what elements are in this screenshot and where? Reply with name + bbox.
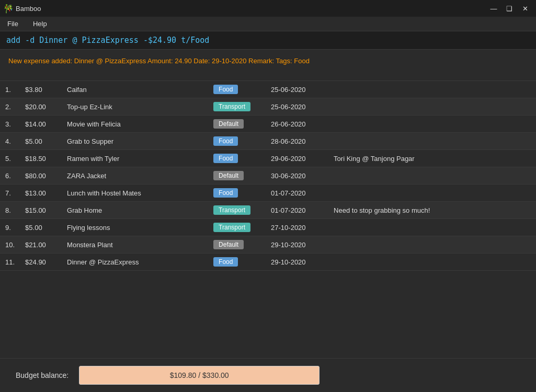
row-remark [328,98,536,116]
tag-badge: Transport [213,223,250,232]
command-input[interactable] [6,36,530,45]
row-num: 11. [0,253,20,271]
row-tag: Transport [208,219,266,236]
row-tag: Food [208,81,266,98]
row-desc: Grab to Supper [62,133,208,150]
table-row: 10. $21.00 Monstera Plant Default 29-10-… [0,236,536,253]
row-remark [328,219,536,236]
row-date: 01-07-2020 [266,185,328,202]
budget-text: $109.80 / $330.00 [170,371,229,379]
row-desc: Movie with Felicia [62,116,208,133]
minimize-button[interactable]: — [487,3,500,14]
row-tag: Default [208,236,266,253]
app-title: Bamboo [16,5,41,13]
budget-fill [79,366,159,384]
tag-badge: Food [213,257,238,267]
row-tag: Transport [208,98,266,116]
row-num: 5. [0,150,20,167]
row-amount: $15.00 [20,202,62,219]
row-tag: Transport [208,202,266,219]
row-amount: $18.50 [20,150,62,167]
row-amount: $80.00 [20,167,62,185]
row-desc: Dinner @ PizzaExpress [62,253,208,271]
title-bar-left: 🎋 Bamboo [4,4,41,13]
row-remark: Tori King @ Tanjong Pagar [328,150,536,167]
tag-badge: Food [213,85,238,94]
row-amount: $20.00 [20,98,62,116]
tag-badge: Default [213,119,244,129]
row-amount: $5.00 [20,133,62,150]
row-date: 29-10-2020 [266,236,328,253]
budget-label: Budget balance: [16,371,69,379]
row-tag: Food [208,133,266,150]
status-area: New expense added: Dinner @ PizzaExpress… [0,50,536,81]
row-amount: $3.80 [20,81,62,98]
row-num: 7. [0,185,20,202]
expense-table: 1. $3.80 Caifan Food 25-06-2020 2. $20.0… [0,81,536,271]
row-remark [328,116,536,133]
row-num: 6. [0,167,20,185]
table-row: 7. $13.00 Lunch with Hostel Mates Food 0… [0,185,536,202]
row-num: 10. [0,236,20,253]
row-date: 26-06-2020 [266,116,328,133]
table-row: 11. $24.90 Dinner @ PizzaExpress Food 29… [0,253,536,271]
row-desc: ZARA Jacket [62,167,208,185]
tag-badge: Default [213,240,244,249]
row-date: 29-06-2020 [266,150,328,167]
row-tag: Food [208,253,266,271]
maximize-button[interactable]: ❑ [503,3,516,14]
row-num: 1. [0,81,20,98]
table-row: 9. $5.00 Flying lessons Transport 27-10-… [0,219,536,236]
app-icon: 🎋 [4,4,13,13]
budget-bar-container: $109.80 / $330.00 [79,366,320,385]
table-row: 1. $3.80 Caifan Food 25-06-2020 [0,81,536,98]
row-desc: Lunch with Hostel Mates [62,185,208,202]
title-bar: 🎋 Bamboo — ❑ ✕ [0,0,536,17]
row-remark [328,185,536,202]
row-date: 30-06-2020 [266,167,328,185]
command-bar [0,31,536,50]
row-num: 2. [0,98,20,116]
table-row: 6. $80.00 ZARA Jacket Default 30-06-2020 [0,167,536,185]
tag-badge: Transport [213,205,250,215]
table-wrapper: 1. $3.80 Caifan Food 25-06-2020 2. $20.0… [0,81,536,271]
row-tag: Default [208,167,266,185]
row-desc: Caifan [62,81,208,98]
row-num: 8. [0,202,20,219]
row-remark [328,133,536,150]
row-date: 01-07-2020 [266,202,328,219]
row-num: 4. [0,133,20,150]
close-button[interactable]: ✕ [518,3,532,14]
row-remark [328,167,536,185]
tag-badge: Transport [213,102,250,111]
row-remark [328,81,536,98]
tag-badge: Food [213,154,238,163]
row-remark: Need to stop grabbing so much! [328,202,536,219]
budget-bar: Budget balance: $109.80 / $330.00 [0,358,536,392]
row-amount: $24.90 [20,253,62,271]
status-message: New expense added: Dinner @ PizzaExpress… [8,56,528,66]
menu-help[interactable]: Help [30,19,50,29]
row-desc: Grab Home [62,202,208,219]
row-desc: Monstera Plant [62,236,208,253]
row-remark [328,253,536,271]
row-amount: $14.00 [20,116,62,133]
menu-bar: File Help [0,17,536,31]
row-remark [328,236,536,253]
row-date: 29-10-2020 [266,253,328,271]
tag-badge: Food [213,136,238,146]
row-date: 25-06-2020 [266,98,328,116]
menu-file[interactable]: File [4,19,21,29]
row-amount: $13.00 [20,185,62,202]
row-tag: Food [208,150,266,167]
row-date: 25-06-2020 [266,81,328,98]
table-row: 8. $15.00 Grab Home Transport 01-07-2020… [0,202,536,219]
table-row: 5. $18.50 Ramen with Tyler Food 29-06-20… [0,150,536,167]
table-row: 3. $14.00 Movie with Felicia Default 26-… [0,116,536,133]
row-tag: Food [208,185,266,202]
row-amount: $21.00 [20,236,62,253]
tag-badge: Default [213,171,244,180]
tag-badge: Food [213,188,238,198]
row-num: 9. [0,219,20,236]
row-tag: Default [208,116,266,133]
